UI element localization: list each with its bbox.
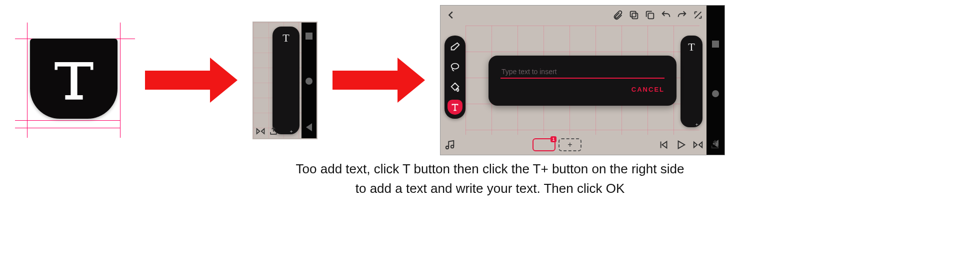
svg-rect-1 [632, 13, 638, 19]
redo-icon[interactable] [676, 10, 688, 21]
share-icon[interactable] [268, 126, 278, 136]
bottom-timeline: 1 + [440, 135, 724, 155]
stop-icon[interactable] [712, 41, 719, 48]
caption-line-2: to add a text and write your text. Then … [5, 179, 975, 198]
eraser-tool[interactable] [448, 40, 462, 55]
svg-rect-0 [630, 12, 636, 17]
caption-line-1: Too add text, click T button then click … [5, 159, 975, 179]
right-rail [302, 23, 316, 138]
svg-point-6 [452, 64, 459, 69]
text-icon [46, 51, 102, 106]
arrow-right-icon [145, 58, 238, 103]
play-icon[interactable] [676, 139, 686, 150]
frame-badge: 1 [550, 136, 556, 142]
add-text-button[interactable]: T [282, 32, 289, 134]
back-icon[interactable] [446, 10, 456, 21]
music-icon[interactable] [444, 139, 456, 150]
undo-icon[interactable] [660, 10, 672, 21]
skip-icon[interactable] [658, 139, 670, 150]
right-rail [706, 6, 724, 155]
fill-tool[interactable] [448, 80, 462, 95]
copy-icon[interactable] [644, 10, 656, 21]
cancel-button[interactable]: CANCEL [632, 86, 664, 93]
svg-rect-2 [648, 13, 654, 19]
bowtie-icon[interactable] [256, 126, 266, 136]
share-icon[interactable] [710, 139, 720, 150]
guide-line [15, 120, 120, 121]
stop-icon[interactable] [306, 33, 312, 40]
layers-icon[interactable] [628, 10, 640, 21]
add-frame-button[interactable]: + [558, 138, 582, 151]
lasso-tool[interactable] [448, 60, 462, 75]
step3-editor-screen: T CANCEL 1 + [440, 5, 725, 155]
top-toolbar [440, 6, 724, 25]
insert-text-dialog: CANCEL [488, 56, 676, 106]
record-icon[interactable] [306, 78, 312, 85]
move-icon[interactable] [692, 10, 704, 21]
bowtie-icon[interactable] [692, 139, 704, 150]
step1-text-button-closeup [15, 23, 130, 138]
attachment-icon[interactable] [612, 10, 624, 21]
play-back-icon[interactable] [306, 123, 312, 131]
text-tool-button[interactable] [30, 39, 118, 119]
step2-right-toolbar-closeup: T [252, 22, 318, 139]
guide-line [120, 23, 120, 138]
guide-line [27, 23, 28, 138]
record-icon[interactable] [712, 90, 719, 97]
arrow-right-icon [332, 58, 425, 103]
left-tool-pill [444, 36, 466, 119]
guide-line [15, 128, 120, 128]
instruction-caption: Too add text, click T button then click … [5, 159, 975, 198]
text-tool-active[interactable] [448, 100, 462, 115]
text-input[interactable] [500, 66, 664, 79]
right-tool-pill: T [272, 27, 300, 134]
add-text-button[interactable]: T [688, 41, 694, 127]
timeline-frame[interactable]: 1 [532, 138, 556, 151]
right-tool-pill: T [680, 36, 702, 127]
plus-icon: + [568, 140, 572, 149]
